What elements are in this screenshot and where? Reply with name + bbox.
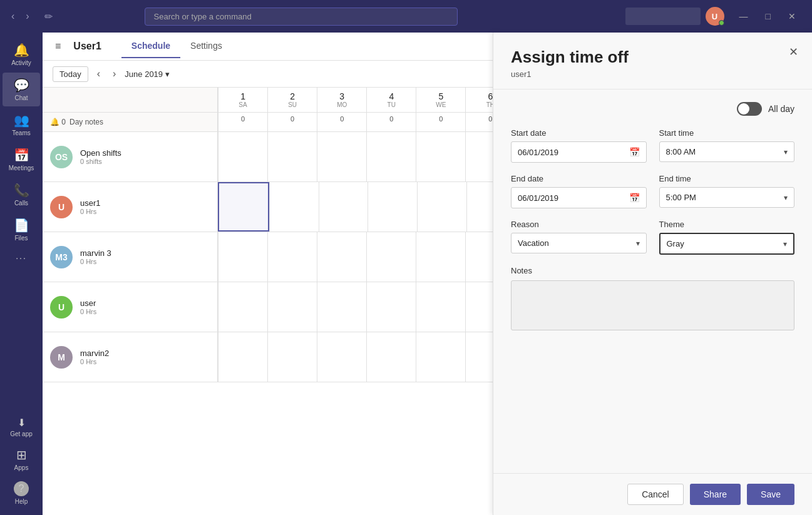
user-day-cell[interactable] [366,332,416,382]
day-header-col: 1SA [218,88,267,112]
user-avatar-titlebar[interactable]: U [706,7,724,26]
day-notes-text: Day notes [69,118,103,126]
sidebar-bottom: ⬇ Get app ⊞ Apps ? Help [3,412,40,510]
user-day-cell[interactable] [218,282,267,332]
user-day-cell[interactable] [267,332,317,382]
tab-schedule[interactable]: Schedule [121,34,180,58]
prev-week-button[interactable]: ‹ [93,66,104,82]
user-day-cell[interactable] [218,332,267,382]
user-day-cell[interactable] [218,182,269,232]
notes-section: Notes [511,266,794,333]
compose-button[interactable]: ✏ [39,8,58,25]
user-day-cell[interactable] [416,282,465,332]
forward-button[interactable]: › [22,8,33,24]
theme-select[interactable]: Gray ▾ [659,233,795,255]
user-day-cell[interactable] [416,232,465,282]
apps-icon: ⊞ [16,447,27,462]
user-hrs: 0 Hrs [80,208,101,215]
sidebar-item-chat[interactable]: 💬 Chat [3,73,40,106]
compose-icon: ✏ [44,11,53,22]
toggle-thumb [738,103,749,115]
all-day-toggle[interactable] [737,102,762,116]
day-notes-cell: 0 [218,113,267,131]
user-day-cell[interactable] [417,182,466,232]
close-button[interactable]: ✕ [779,8,804,25]
day-header-col: 3MO [317,88,366,112]
user-day-cell[interactable] [416,132,465,181]
end-time-field: End time 5:00 PM ▾ [659,174,795,208]
user-row-left-user1: U user1 0 Hrs [43,182,218,232]
user-day-cell[interactable] [367,182,417,232]
month-label[interactable]: June 2019 ▾ [125,69,169,79]
month-dropdown-icon: ▾ [165,69,170,79]
day-header-col: 4TU [366,88,416,112]
user-day-cell[interactable] [366,232,416,282]
search-bar[interactable] [145,8,458,26]
user-avatar: U [50,296,73,319]
start-date-input[interactable]: 06/01/2019 📅 [511,141,647,163]
user-day-cell[interactable] [317,232,366,282]
user-day-cell[interactable] [269,182,319,232]
end-time-value: 5:00 PM [666,193,779,202]
panel-header: Assign time off user1 ✕ [493,33,812,89]
day-header-col: 2SU [267,88,317,112]
start-time-select[interactable]: 8:00 AM ▾ [659,141,795,162]
user-day-cell[interactable] [267,282,317,332]
end-date-calendar-icon[interactable]: 📅 [629,193,640,203]
sidebar-item-activity[interactable]: 🔔 Activity [3,38,40,71]
user-day-cell[interactable] [267,132,317,181]
search-input[interactable] [154,12,448,21]
today-button[interactable]: Today [53,66,88,82]
user-day-cell[interactable] [317,332,366,382]
sidebar-item-apps[interactable]: ⊞ Apps [3,442,40,476]
user-day-cell[interactable] [317,282,366,332]
reason-select[interactable]: Vacation ▾ [511,233,647,253]
all-day-row: All day [511,102,794,116]
next-week-button[interactable]: › [109,66,120,82]
start-date-calendar-icon[interactable]: 📅 [629,147,640,157]
panel-close-button[interactable]: ✕ [785,43,802,61]
end-date-input[interactable]: 06/01/2019 📅 [511,187,647,208]
titlebar-right: U [625,7,724,26]
tab-settings[interactable]: Settings [180,34,232,58]
maximize-button[interactable]: □ [757,8,779,25]
user-day-cell[interactable] [366,282,416,332]
start-row: Start date 06/01/2019 📅 Start time 8:00 … [511,128,794,163]
sidebar-item-teams[interactable]: 👥 Teams [3,108,40,141]
user-day-cell[interactable] [267,232,317,282]
nav-controls: ‹ › [8,8,33,24]
notes-textarea[interactable] [511,280,794,330]
theme-dropdown-icon: ▾ [783,240,787,248]
minimize-button[interactable]: — [731,8,757,25]
user-day-cell[interactable] [366,132,416,181]
cancel-button[interactable]: Cancel [627,484,684,505]
end-time-select[interactable]: 5:00 PM ▾ [659,187,795,208]
sidebar-item-more[interactable]: ··· [3,248,40,268]
user-row-left-user: U user 0 Hrs [43,282,218,332]
end-time-dropdown-icon: ▾ [784,193,788,202]
getapp-icon: ⬇ [18,417,26,429]
user-day-cell[interactable] [218,232,267,282]
sidebar-item-getapp[interactable]: ⬇ Get app [3,412,40,442]
hamburger-button[interactable]: ≡ [53,38,63,54]
sidebar-item-calls[interactable]: 📞 Calls [3,178,40,212]
save-button[interactable]: Save [747,484,794,505]
user-day-cell[interactable] [218,132,267,181]
calls-icon: 📞 [14,183,29,198]
sidebar-item-meetings[interactable]: 📅 Meetings [3,143,40,176]
titlebar-spacer [625,8,701,25]
user-info: user 0 Hrs [80,298,96,315]
sidebar-item-files[interactable]: 📄 Files [3,213,40,247]
panel-title: Assign time off [511,48,794,67]
user-day-cell[interactable] [416,332,465,382]
user-row-left-marvin3: M3 marvin 3 0 Hrs [43,232,218,282]
share-button[interactable]: Share [690,484,741,505]
end-date-value: 06/01/2019 [518,193,624,203]
user-day-cell[interactable] [317,132,366,181]
back-button[interactable]: ‹ [8,8,18,24]
sidebar-label-apps: Apps [14,464,29,471]
files-icon: 📄 [14,218,29,233]
user-hrs: 0 Hrs [80,308,96,315]
sidebar-item-help[interactable]: ? Help [3,476,40,510]
user-day-cell[interactable] [319,182,368,232]
